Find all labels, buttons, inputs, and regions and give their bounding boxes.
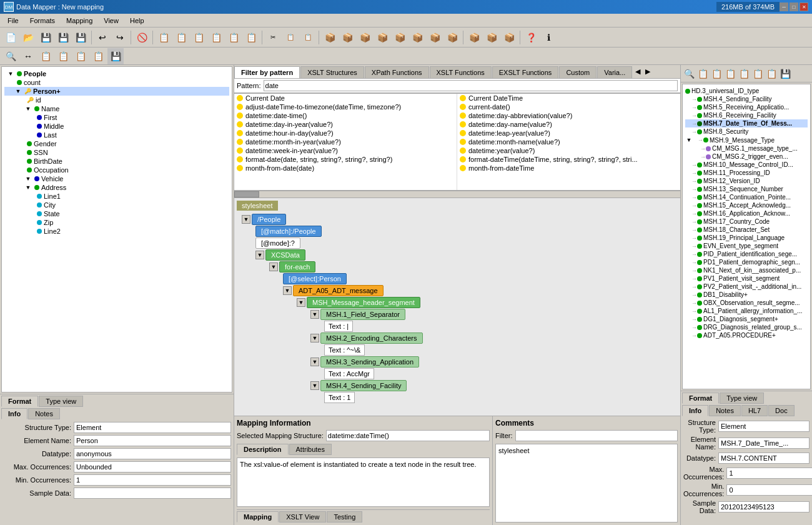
mapping-bot-tab-mapping[interactable]: Mapping	[237, 511, 279, 522]
left-tab-notes[interactable]: Notes	[28, 408, 60, 419]
tb-t10[interactable]: 📦	[322, 29, 338, 46]
right-sample-value[interactable]	[718, 501, 810, 512]
right-node-msh15[interactable]: → MSH.15_Accept_Acknowledg...	[685, 201, 808, 209]
tree-occupation[interactable]: Occupation	[4, 166, 229, 174]
func-format-datetime[interactable]: format-dateTime(dateTime, string, string…	[457, 155, 680, 164]
filter-tab-next[interactable]: ▶	[643, 65, 653, 78]
mapping-selected-value[interactable]	[326, 430, 490, 441]
select-box[interactable]: [@select]:Person	[283, 273, 347, 284]
left-tab-typeview[interactable]: Type view	[39, 396, 83, 407]
right-node-msh19[interactable]: → MSH.19_Principal_Language	[685, 234, 808, 242]
tb-redo[interactable]: ↪	[112, 29, 128, 46]
tb-open[interactable]: 📂	[20, 29, 36, 46]
tree-line2[interactable]: Line2	[4, 227, 229, 236]
left-min-occ-value[interactable]	[74, 474, 231, 486]
func-list-scrollbar[interactable]	[234, 191, 680, 198]
map-msh3[interactable]: ▼ MSH.3_Sending_Application	[310, 356, 678, 368]
tb-t9[interactable]: 📋	[300, 29, 316, 46]
tb-t6[interactable]: 📋	[243, 29, 259, 46]
adt-box[interactable]: ADT_A05_ADT_message	[293, 285, 384, 296]
map-xcsdata[interactable]: ▼ XCSData	[255, 249, 678, 261]
tb-t2[interactable]: 📋	[173, 29, 189, 46]
tb-t11[interactable]: 📦	[339, 29, 355, 46]
right-node-msh13[interactable]: → MSH.13_Sequence_Number	[685, 185, 808, 193]
tree-birthdate[interactable]: BirthDate	[4, 157, 229, 166]
right-node-cm1[interactable]: → CM_MSG.1_message_type_...	[685, 144, 808, 152]
people-toggle[interactable]: ▼	[242, 215, 250, 224]
right-node-msh6[interactable]: → MSH.6_Receiving_Facility	[685, 111, 808, 119]
right-node-evn[interactable]: → EVN_Event_type_segment	[685, 242, 808, 250]
tree-person[interactable]: ▼ 🔑 Person+	[4, 87, 229, 96]
left-tree[interactable]: ▼ People count ▼ 🔑 Person+ 🔑	[1, 66, 232, 392]
tb-save-all[interactable]: 💾	[72, 29, 89, 46]
tb-delete[interactable]: 🚫	[134, 29, 150, 46]
filter-tab-xslt-struct[interactable]: XSLT Structures	[300, 66, 364, 78]
func-month-from-date[interactable]: month-from-date(date)	[234, 164, 457, 172]
filter-tab-varia[interactable]: Varia...	[597, 66, 632, 78]
map-msh1[interactable]: ▼ MSH.1_Field_Separator	[310, 309, 678, 320]
left-tab-format[interactable]: Format	[1, 396, 38, 407]
right-node-pv1[interactable]: → PV1_Patient_visit_segment	[685, 274, 808, 282]
tree-name[interactable]: ▼ Name	[4, 104, 229, 113]
adt-toggle[interactable]: ▼	[283, 286, 292, 295]
map-msh4[interactable]: ▼ MSH.4_Sending_Facility	[310, 380, 678, 391]
left-max-occ-value[interactable]	[74, 461, 231, 472]
filter-tab-custom[interactable]: Custom	[559, 66, 597, 78]
right-node-nk1[interactable]: → NK1_Next_of_kin__associated_p...	[685, 266, 808, 274]
msh-header-toggle[interactable]: ▼	[297, 298, 305, 307]
tb2-t4[interactable]: 📋	[90, 48, 106, 64]
mapping-bot-tab-xslt[interactable]: XSLT View	[279, 511, 326, 522]
map-text-1[interactable]: Text : 1	[324, 392, 678, 403]
rtb-t1[interactable]: 🔍	[682, 67, 696, 81]
tb-help[interactable]: ❓	[523, 29, 539, 46]
right-node-msh7[interactable]: → MSH.7_Date_Time_Of_Mess...	[685, 119, 808, 128]
func-current-date[interactable]: Current Date	[234, 94, 457, 102]
xcsdata-box[interactable]: XCSData	[265, 249, 305, 261]
right-tab-info[interactable]: Info	[682, 405, 708, 416]
menu-help[interactable]: Help	[125, 16, 149, 26]
map-select[interactable]: [@select]:Person	[283, 273, 678, 284]
right-datatype-value[interactable]	[718, 452, 810, 464]
map-msh2[interactable]: ▼ MSH.2_Encoding_Characters	[310, 332, 678, 344]
rtb-t5[interactable]: 📋	[737, 67, 751, 81]
filter-tab-pattern[interactable]: Filter by pattern	[234, 66, 300, 78]
left-elem-name-value[interactable]	[74, 435, 231, 446]
tree-count[interactable]: count	[4, 78, 229, 87]
left-struct-type-value[interactable]	[74, 422, 231, 433]
tree-city[interactable]: City	[4, 201, 229, 209]
rtb-t8[interactable]: 💾	[778, 67, 792, 81]
tree-zip[interactable]: Zip	[4, 218, 229, 227]
right-node-msh16[interactable]: → MSH.16_Application_Acknow...	[685, 209, 808, 218]
tb-t8[interactable]: 📋	[282, 29, 299, 46]
tb-t16[interactable]: 📦	[427, 29, 443, 46]
name-toggle[interactable]: ▼	[24, 105, 32, 112]
msh3-toggle[interactable]: ▼	[310, 358, 319, 366]
tb-new[interactable]: 📄	[2, 29, 19, 46]
left-tab-info[interactable]: Info	[1, 408, 27, 419]
tb2-t3[interactable]: 📋	[72, 48, 89, 64]
rtb-t6[interactable]: 📋	[751, 67, 765, 81]
foreach-box[interactable]: for-each	[279, 261, 315, 272]
func-dt-hour[interactable]: datetime:hour-in-day(value?)	[234, 129, 457, 138]
tree-root[interactable]: ▼ People	[4, 69, 229, 78]
func-format-date[interactable]: format-date(date, string, string?, strin…	[234, 155, 457, 164]
tree-gender[interactable]: Gender	[4, 139, 229, 148]
tb-save-as[interactable]: 💾	[55, 29, 71, 46]
tb-t14[interactable]: 📦	[392, 29, 408, 46]
tb2-swap[interactable]: ↔	[20, 48, 36, 64]
right-node-dg1[interactable]: → DG1_Diagnosis_segment+	[685, 315, 808, 323]
right-node-drg[interactable]: → DRG_Diagnosis_related_group_s...	[685, 323, 808, 331]
func-month-from-datetime[interactable]: month-from-dateTime	[457, 164, 680, 172]
func-adjust-dt[interactable]: adjust-dateTime-to-timezone(dateTime, ti…	[234, 102, 457, 111]
right-tab-format[interactable]: Format	[682, 392, 719, 404]
tb-t20[interactable]: 📦	[501, 29, 517, 46]
tb-t3[interactable]: 📋	[191, 29, 207, 46]
tb-t7[interactable]: ✂	[265, 29, 281, 46]
foreach-toggle[interactable]: ▼	[269, 262, 278, 271]
right-node-obx[interactable]: → OBX_Observation_result_segme...	[685, 299, 808, 307]
right-node-msh14[interactable]: → MSH.14_Continuation_Pointe...	[685, 193, 808, 201]
msh1-toggle[interactable]: ▼	[310, 310, 319, 319]
map-msh-header[interactable]: ▼ MSH_Message_header_segment	[297, 297, 678, 308]
tree-id[interactable]: 🔑 id	[4, 96, 229, 104]
right-tab-typeview[interactable]: Type view	[720, 392, 764, 404]
